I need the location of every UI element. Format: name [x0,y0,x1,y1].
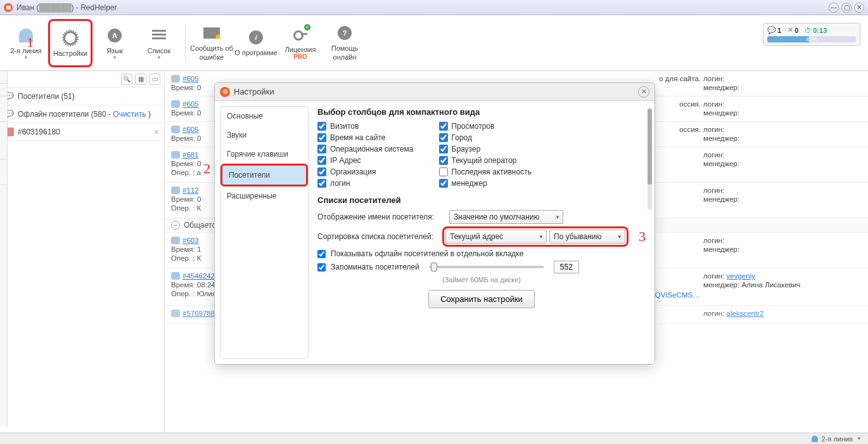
status-bar: 2-я линия ▼ [0,433,868,444]
globe-icon: A [108,29,122,42]
callout-3: 3 [639,228,646,245]
list-label: Список [148,47,171,55]
report-button[interactable]: Сообщить об ошибке [189,19,234,67]
close-button[interactable]: ✕ [854,3,864,13]
modal-close-button[interactable]: ✕ [638,86,649,98]
visitors-label: Посетители (51) [18,92,75,101]
chevron-down-icon[interactable]: ▼ [857,436,862,441]
visitor-id-link[interactable]: #605 [182,100,199,108]
column-checkbox[interactable] [439,122,448,131]
check-icon: ✓ [304,24,310,30]
name-display-label: Отображение имени посетителя: [317,212,444,221]
column-checkbox-row[interactable]: Визитов [317,122,414,131]
column-checkbox-row[interactable]: Организация [317,167,414,176]
name-display-dropdown[interactable]: Значение по умолчанию [449,210,563,224]
visitor-id-link[interactable]: #605 [182,75,199,82]
grid-view-button[interactable]: ▦ [135,74,146,85]
column-checkbox-row[interactable]: Время на сайте [317,133,414,142]
settings-nav: Основные Звуки Горячие клавиши Посетител… [220,106,309,359]
status-progress: 47% [767,36,856,42]
settings-content: Выбор столбцов для компактного вида Визи… [314,101,654,364]
chat-icon [171,310,180,317]
column-checkbox-row[interactable]: IP Адрес [317,156,414,165]
toolbar-divider [185,24,186,62]
column-checkbox-row[interactable]: менеджер [439,179,532,188]
column-checkbox-row[interactable]: Браузер [439,145,532,153]
status-x: ✕0 [788,26,798,34]
search-button[interactable]: 🔍 [121,74,132,85]
column-checkbox-row[interactable]: Операционная система [317,145,414,153]
column-checkbox-row[interactable]: Последняя активность [439,167,532,176]
manager: Алина Лисакевич [741,281,800,289]
offline-visitors-section[interactable]: 💬 Офлайн посетители (580 - Очистить ) [0,105,164,123]
chat-icon [171,126,180,133]
collapse-icon[interactable]: − [171,221,180,230]
maximize-button[interactable]: ▢ [841,3,852,13]
column-checkbox[interactable] [317,122,326,131]
close-visitor-button[interactable]: × [154,127,159,137]
help-icon: ? [338,26,352,40]
chat-icon [171,75,180,82]
title-bar: Иван (██████) - RedHelper — ▢ ✕ [0,0,868,15]
nav-hotkeys[interactable]: Горячие клавиши [220,145,308,164]
remember-checkbox[interactable] [317,263,326,271]
visitor-id-link[interactable]: #605 [182,126,199,133]
license-button[interactable]: ✓ Лицензия PRO [278,19,322,67]
gear-icon: ⚙ [220,87,230,97]
nav-sounds[interactable]: Звуки [220,126,308,145]
login-link[interactable]: yevgeniy [727,272,755,280]
help-button[interactable]: ? Помощь онлайн [322,19,367,67]
column-checkbox[interactable] [439,156,448,165]
nav-advanced[interactable]: Расширенные [220,186,308,206]
nav-visitors[interactable]: Посетители [220,164,308,186]
column-checkbox-row[interactable]: Город [439,133,532,142]
column-checkbox[interactable] [439,167,448,176]
visitor-item[interactable]: #603196180 × [0,123,164,141]
remember-value-input[interactable] [554,261,579,273]
language-button[interactable]: A Язык ▼ [93,19,137,67]
callout-2: 2 [203,160,210,177]
license-label: Лицензия [285,46,316,53]
clear-link[interactable]: Очистить [113,110,146,119]
settings-button[interactable]: Настройки [48,19,93,67]
line-button[interactable]: 2-я линия ▼ [4,19,48,67]
scrollbar[interactable] [648,108,652,210]
toolbar: 2-я линия ▼ Настройки A Язык ▼ Список ▼ … [0,15,868,71]
offline-tab-label: Показывать офлайн посетителей в отдельно… [331,249,523,258]
column-checkbox[interactable] [317,145,326,153]
column-checkbox[interactable] [439,145,448,153]
visitor-id-label: #603196180 [18,127,60,136]
offline-tab-checkbox[interactable] [317,250,326,258]
column-checkbox[interactable] [317,156,326,165]
sort-order-dropdown[interactable]: По убыванию [549,230,625,244]
remember-slider[interactable] [430,266,544,268]
column-checkbox[interactable] [439,179,448,188]
left-panel: 🔍 ▦ ▭ 💬 Посетители (51) 💬 Офлайн посетит… [0,71,165,433]
visitor-id-link[interactable]: #112 [182,186,199,194]
column-checkbox[interactable] [317,179,326,188]
card-view-button[interactable]: ▭ [149,74,160,85]
visitor-id-link[interactable]: #681 [182,151,199,159]
about-button[interactable]: i О программе [234,19,278,67]
chat-icon [171,186,180,194]
login-link[interactable]: alekscentr2 [727,310,764,317]
sort-field-dropdown[interactable]: Текущий адрес [445,230,547,244]
column-checkbox-row[interactable]: Просмотров [439,122,532,131]
help-label: Помощь онлайн [322,44,367,61]
list-button[interactable]: Список ▼ [137,19,181,67]
app-icon [4,3,13,12]
column-checkbox-row[interactable]: логин [317,179,414,188]
sort-highlight: Текущий адрес По убыванию [442,226,629,247]
minimize-button[interactable]: — [829,3,839,13]
column-checkbox[interactable] [439,133,448,142]
nav-basic[interactable]: Основные [220,107,308,126]
column-checkbox[interactable] [317,167,326,176]
column-checkbox[interactable] [317,133,326,142]
modal-titlebar: ⚙ Настройки ✕ [215,83,654,101]
visitor-id-link[interactable]: #603 [182,237,199,244]
column-checkbox-row[interactable]: Текущий оператор [439,156,532,165]
window-title: Иван (██████) - RedHelper [16,3,117,12]
modal-title-label: Настройки [234,87,274,96]
save-settings-button[interactable]: Сохранить настройки [428,290,535,308]
visitors-section[interactable]: 💬 Посетители (51) [0,88,164,105]
